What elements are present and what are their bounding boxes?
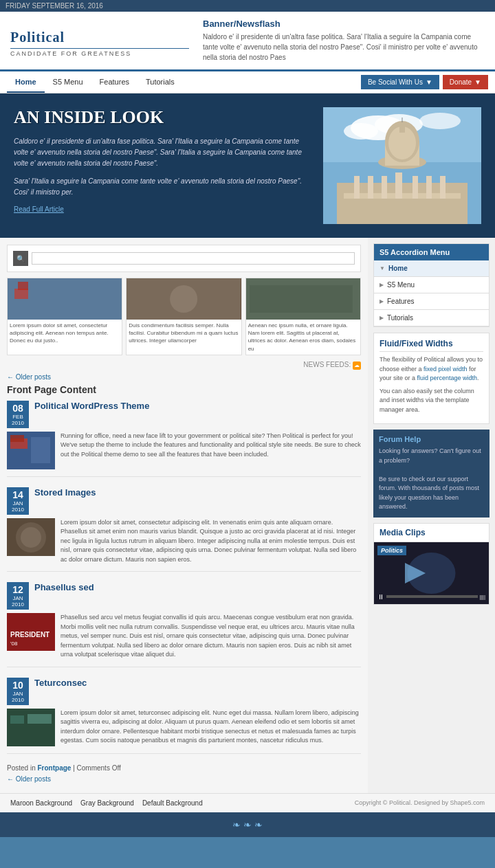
footer-link-maroon[interactable]: Maroon Background	[10, 799, 72, 807]
accordion-item-home: ▼ Home	[374, 260, 489, 277]
nav-link-home[interactable]: Home	[7, 72, 45, 93]
media-video: Politics ⏸ ||||	[374, 542, 489, 604]
play-pause-button[interactable]: ⏸	[377, 593, 384, 601]
media-progress-bar[interactable]	[386, 595, 478, 598]
post-1: 08 FEB 2010 Political WordPress Theme Ru…	[7, 401, 361, 477]
post-3: 12 JAN 2010 Phasellus sed PRESIDENT '08 …	[7, 582, 361, 667]
accordion-s5menu[interactable]: ▶ S5 Menu	[374, 277, 489, 293]
older-posts-top[interactable]: ← Older posts	[7, 373, 361, 381]
svg-rect-20	[399, 122, 405, 133]
post-1-day: 08	[10, 403, 25, 414]
nav-link-features[interactable]: Features	[91, 72, 138, 93]
comments-off: Comments Off	[77, 764, 121, 772]
svg-rect-40	[10, 715, 24, 724]
post-3-img: PRESIDENT '08	[7, 613, 55, 651]
post-2-year: 2010	[10, 507, 25, 513]
fluid-text1: The flexibility of Political allows you …	[380, 355, 483, 383]
svg-rect-41	[28, 714, 52, 724]
footer-links: Maroon Background Gray Background Defaul…	[10, 799, 355, 807]
svg-rect-12	[395, 173, 402, 199]
card-grid: Lorem ipsum dolor sit amet, consectetur …	[7, 278, 361, 355]
chevron-right-icon-1: ▶	[380, 282, 384, 288]
post-3-date: 12 JAN 2010	[7, 582, 29, 610]
post-4-body: Lorem ipsum dolor sit amet, teturconsec …	[7, 709, 361, 746]
capitol-image	[323, 107, 481, 224]
post-4-text: Lorem ipsum dolor sit amet, teturconsec …	[60, 709, 361, 746]
sidebar: S5 Accordion Menu ▼ Home ▶ S5 Menu ▶ Fea…	[368, 238, 495, 793]
accordion-item-features: ▶ Features	[374, 293, 489, 310]
svg-rect-9	[354, 176, 360, 199]
accordion-home[interactable]: ▼ Home	[374, 260, 489, 276]
chevron-right-icon-3: ▶	[380, 315, 384, 321]
media-title: Media Clips	[374, 524, 489, 542]
donate-icon: ▼	[474, 78, 481, 86]
nav-link-tutorials[interactable]: Tutorials	[138, 72, 183, 93]
news-feeds-label: NEWS FEEDS:	[303, 361, 351, 368]
category-link[interactable]: Frontpage	[37, 764, 71, 772]
card-1: Lorem ipsum dolor sit amet, consectetur …	[7, 278, 122, 355]
banner-title: Banner/Newsflash	[203, 19, 485, 29]
media-section: Media Clips Politics ⏸ ||||	[373, 523, 490, 605]
banner-text: Naldoro e' il presidente di un'altra fas…	[203, 32, 485, 63]
svg-rect-10	[368, 176, 373, 199]
bottom-bar: ❧ ❧ ❧	[0, 812, 495, 837]
hero-title: AN INSIDE LOOK	[14, 107, 313, 128]
social-button[interactable]: Be Social With Us ▼	[361, 75, 439, 89]
svg-rect-24	[18, 282, 28, 290]
card-image-1	[8, 278, 122, 320]
svg-point-4	[344, 123, 378, 140]
nav: Home S5 Menu Features Tutorials Be Socia…	[0, 71, 495, 93]
logo-text-political: Political	[10, 30, 65, 45]
post-1-img	[7, 432, 55, 469]
post-1-thumb	[7, 432, 55, 469]
svg-point-26	[170, 285, 197, 313]
date-display: FRIDAY SEPTEMBER 16, 2016	[6, 2, 103, 10]
bottom-ornament: ❧ ❧ ❧	[232, 819, 263, 830]
donate-label: Donate	[450, 78, 472, 86]
svg-rect-28	[250, 285, 353, 313]
card-3: Aenean nec ipsum nulla, et ornare ligula…	[245, 278, 361, 355]
post-3-title[interactable]: Phasellus sed	[34, 582, 94, 592]
donate-button[interactable]: Donate ▼	[443, 75, 488, 89]
volume-icon[interactable]: ||||	[480, 594, 485, 600]
accordion-home-label: Home	[388, 265, 408, 272]
svg-rect-13	[412, 176, 418, 199]
post-1-month: FEB	[10, 414, 25, 420]
post-4-thumb	[7, 709, 55, 746]
older-posts-bottom[interactable]: ← Older posts	[7, 775, 361, 783]
post-2-text: Lorem ipsum dolor sit amet, consectetur …	[60, 518, 361, 565]
footer-link-gray[interactable]: Gray Background	[80, 799, 134, 807]
post-4-title[interactable]: Teturconsec	[34, 678, 87, 688]
posted-in-label: Posted in	[7, 764, 36, 772]
footer-copyright: Copyright © Political. Designed by Shape…	[355, 799, 485, 806]
post-4-month: JAN	[10, 691, 25, 697]
forum-text: Looking for answers? Can't figure out a …	[379, 447, 484, 512]
svg-rect-8	[351, 199, 454, 204]
search-icon[interactable]: 🔍	[13, 251, 28, 266]
post-3-year: 2010	[10, 601, 25, 608]
post-2-meta: 14 JAN 2010 Stored Images	[7, 487, 361, 515]
post-4: 10 JAN 2010 Teturconsec Lorem ipsum dolo…	[7, 678, 361, 754]
nav-link-s5menu[interactable]: S5 Menu	[45, 72, 91, 93]
accordion-item-s5menu: ▶ S5 Menu	[374, 277, 489, 293]
read-more-link[interactable]: Read Full Article	[14, 205, 64, 213]
card-svg-2	[126, 278, 241, 320]
post-1-title[interactable]: Political WordPress Theme	[34, 401, 149, 411]
logo-subtitle: Candidate for Greatness	[10, 48, 189, 57]
media-controls: ⏸ ||||	[374, 593, 489, 601]
svg-rect-15	[440, 176, 446, 199]
card-svg-1	[8, 278, 122, 320]
hero-content: AN INSIDE LOOK Caldoro e' il presidente …	[14, 107, 313, 224]
accordion-features[interactable]: ▶ Features	[374, 293, 489, 309]
post-1-body: Running for office, need a new face lift…	[7, 432, 361, 469]
footer-link-default[interactable]: Default Background	[142, 799, 203, 807]
chevron-down-icon: ▼	[380, 265, 385, 271]
search-input[interactable]	[32, 252, 355, 265]
post-2-thumb	[7, 518, 55, 556]
post-2-title[interactable]: Stored Images	[34, 487, 96, 498]
hero-text2: Sara' l'Italia a seguire la Campania com…	[14, 176, 313, 198]
front-page-title: Front Page Content	[7, 384, 361, 395]
hero-text1: Caldoro e' il presidente di un'altra fas…	[14, 136, 313, 169]
accordion-tutorials[interactable]: ▶ Tutorials	[374, 310, 489, 326]
rss-icon[interactable]: ☁	[353, 361, 361, 370]
